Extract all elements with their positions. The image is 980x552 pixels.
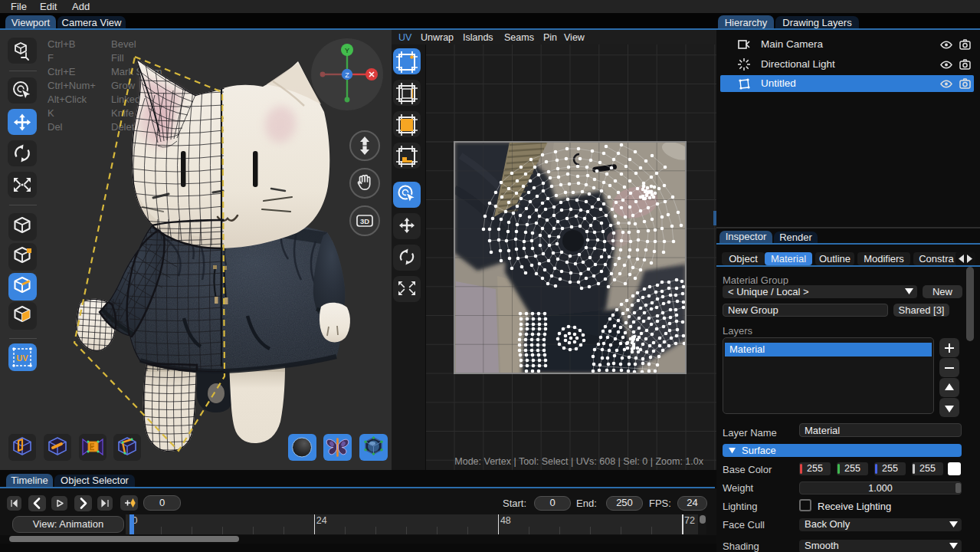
svg-text:3D: 3D: [360, 217, 369, 225]
svg-text:UV: UV: [16, 353, 28, 363]
svg-text:Z: Z: [345, 71, 349, 79]
svg-text:Y: Y: [345, 47, 349, 54]
